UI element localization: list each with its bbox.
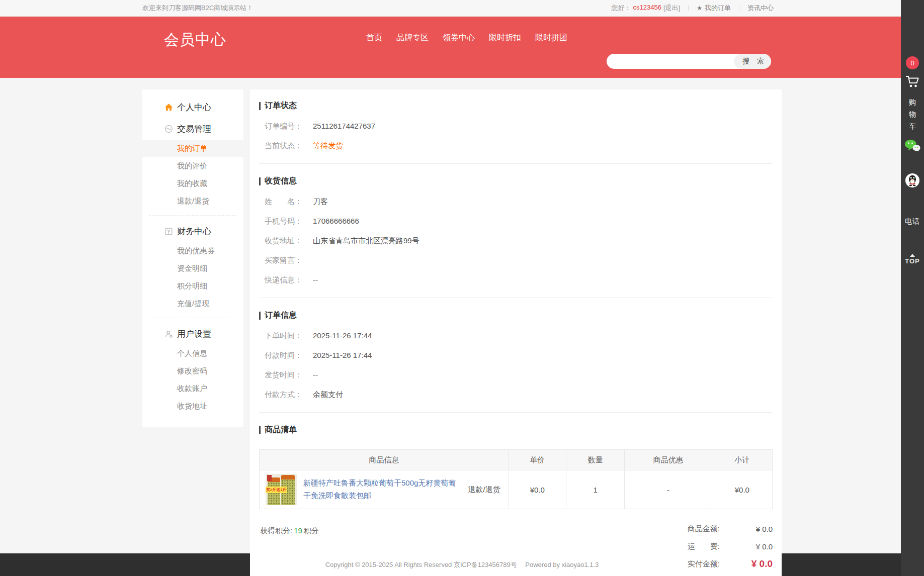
receiver-name-row: 姓 名： 刀客 <box>259 197 773 206</box>
product-image[interactable]: 买2斤送1斤 <box>266 474 297 505</box>
cart-count-badge: 0 <box>901 56 924 69</box>
section-shipping-info: 收货信息 姓 名： 刀客 手机号码： 17066666666 收货地址： 山东省… <box>259 176 773 298</box>
shipping-fee: ¥ 0.0 <box>720 542 773 551</box>
col-header-subtotal: 小计 <box>712 450 772 470</box>
pay-method: 余额支付 <box>313 390 343 399</box>
divider <box>149 215 236 216</box>
sidebar-item-recharge-withdraw[interactable]: 充值/提现 <box>142 295 243 313</box>
goods-amount: ¥ 0.0 <box>720 525 773 533</box>
section-title: 商品清单 <box>259 425 773 435</box>
sidebar-group-finance[interactable]: 财务中心 <box>142 221 243 242</box>
cart-icon[interactable] <box>901 74 924 88</box>
receiver-phone-row: 手机号码： 17066666666 <box>259 216 773 226</box>
order-status-row: 当前状态： 等待发货 <box>259 141 773 150</box>
nav-brands[interactable]: 品牌专区 <box>396 33 429 43</box>
sidebar-item-my-favorites[interactable]: 我的收藏 <box>142 175 243 193</box>
product-discount: - <box>625 470 712 509</box>
title-bar <box>259 426 261 434</box>
receiver-address: 山东省青岛市市北区漂亮路99号 <box>313 236 419 245</box>
sidebar-group-user-settings[interactable]: 用户设置 <box>142 323 243 345</box>
topbar-news-link[interactable]: 资讯中心 <box>739 4 782 13</box>
pay-method-row: 付款方式： 余额支付 <box>259 390 773 399</box>
express-info-row: 快递信息： -- <box>259 275 773 284</box>
sidebar-item-shipping-address[interactable]: 收货地址 <box>142 398 243 415</box>
up-arrow-icon <box>910 254 915 257</box>
trade-icon <box>164 125 173 133</box>
finance-icon <box>164 227 173 236</box>
sidebar-item-refund-return[interactable]: 退款/退货 <box>142 193 243 210</box>
phone-label[interactable]: 电话 <box>901 217 924 226</box>
nav-home[interactable]: 首页 <box>366 33 382 43</box>
col-header-product-info: 商品信息 <box>260 450 509 470</box>
sidebar-item-my-coupons[interactable]: 我的优惠券 <box>142 242 243 260</box>
search-input[interactable] <box>607 54 734 69</box>
sidebar-item-my-reviews[interactable]: 我的评价 <box>142 157 243 175</box>
site-header: 会员中心 首页 品牌专区 领券中心 限时折扣 限时拼团 搜 索 <box>0 17 924 78</box>
buyer-message-row: 买家留言： <box>259 255 773 265</box>
divider <box>149 318 236 318</box>
back-to-top-button[interactable]: TOP <box>901 254 924 265</box>
product-subtotal: ¥0.0 <box>712 470 772 509</box>
nav-coupons[interactable]: 领券中心 <box>443 33 475 43</box>
sidebar-item-payment-account[interactable]: 收款账户 <box>142 380 243 398</box>
receiver-phone: 17066666666 <box>313 216 359 226</box>
product-unit-price: ¥0.0 <box>509 470 566 509</box>
sidebar-item-change-password[interactable]: 修改密码 <box>142 362 243 380</box>
main-nav: 首页 品牌专区 领券中心 限时折扣 限时拼团 <box>366 33 567 43</box>
sidebar-item-points-details[interactable]: 积分明细 <box>142 277 243 295</box>
order-number-row: 订单编号： 251126174427637 <box>259 121 773 131</box>
logout-link[interactable]: [退出] <box>663 4 680 13</box>
section-order-info: 订单信息 下单时间： 2025-11-26 17:44 付款时间： 2025-1… <box>259 310 773 413</box>
sidebar-group-personal-center[interactable]: 个人中心 <box>142 97 243 118</box>
col-header-quantity: 数量 <box>566 450 624 470</box>
shipping-fee-row: 运 费: ¥ 0.0 <box>688 541 773 552</box>
shipped-time: -- <box>313 370 318 379</box>
search-bar: 搜 索 <box>607 54 771 69</box>
home-icon <box>164 103 173 112</box>
wechat-icon[interactable] <box>901 139 924 152</box>
col-header-unit-price: 单价 <box>509 450 566 470</box>
totals: 商品金额: ¥ 0.0 运 费: ¥ 0.0 实付金额: ¥ 0.0 <box>688 523 773 576</box>
user-greeting: 您好：cs123456[退出] <box>612 4 689 13</box>
product-title-link[interactable]: 新疆特产吐鲁番大颗粒葡萄干500g无籽黄萄葡干免洗即食散装包邮 <box>303 477 462 502</box>
receiver-name: 刀客 <box>313 197 328 206</box>
greeting-label: 您好： <box>612 4 631 13</box>
copyright-text: Copyright © 2015-2025 All Rights Reserve… <box>325 560 599 569</box>
goods-table: 商品信息 单价 数量 商品优惠 小计 <box>259 449 773 509</box>
section-goods-list: 商品清单 商品信息 单价 数量 商品优惠 小计 <box>259 425 773 576</box>
section-title: 订单信息 <box>259 310 773 321</box>
col-header-discount: 商品优惠 <box>625 450 712 470</box>
cart-label[interactable]: 购物车 <box>901 97 924 132</box>
paid-amount: ¥ 0.0 <box>720 558 773 569</box>
red-tag <box>267 475 272 481</box>
earned-points: 获得积分:19积分 <box>259 526 319 576</box>
username: cs123456 <box>633 4 661 13</box>
product-cell: 买2斤送1斤 新疆特产吐鲁番大颗粒葡萄干500g无籽黄萄葡干免洗即食散装包邮 退… <box>260 470 509 509</box>
side-toolbar: 0 购物车 电话 TOP <box>901 0 924 576</box>
page-title: 会员中心 <box>164 30 226 50</box>
created-time-row: 下单时间： 2025-11-26 17:44 <box>259 331 773 340</box>
topbar-my-orders-link[interactable]: ★ 我的订单 <box>689 4 739 13</box>
order-number: 251126174427637 <box>313 121 375 131</box>
section-title: 订单状态 <box>259 101 773 111</box>
qq-icon[interactable] <box>901 173 924 188</box>
nav-flash-discount[interactable]: 限时折扣 <box>489 33 521 43</box>
search-button[interactable]: 搜 索 <box>734 54 771 69</box>
topbar: 欢迎来到刀客源码网B2C商城演示站！ 您好：cs123456[退出] ★ 我的订… <box>0 0 924 17</box>
section-order-status: 订单状态 订单编号： 251126174427637 当前状态： 等待发货 <box>259 101 773 164</box>
points-value: 19 <box>294 526 302 535</box>
star-icon: ★ <box>697 5 702 12</box>
refund-return-link[interactable]: 退款/退货 <box>468 485 502 495</box>
sidebar-item-personal-info[interactable]: 个人信息 <box>142 345 243 362</box>
section-title: 收货信息 <box>259 176 773 186</box>
title-bar <box>259 312 261 320</box>
sidebar-item-fund-details[interactable]: 资金明细 <box>142 260 243 277</box>
product-quantity: 1 <box>566 470 624 509</box>
sidebar-group-trade[interactable]: 交易管理 <box>142 118 243 140</box>
main-area: 个人中心 交易管理 我的订单 我的评价 我的收藏 退款/退货 <box>0 78 924 553</box>
express-info: -- <box>313 275 318 284</box>
shipped-time-row: 发货时间： -- <box>259 370 773 379</box>
sidebar-item-my-orders[interactable]: 我的订单 <box>142 140 243 157</box>
nav-group-buy[interactable]: 限时拼团 <box>535 33 567 43</box>
paid-time: 2025-11-26 17:44 <box>313 350 372 360</box>
